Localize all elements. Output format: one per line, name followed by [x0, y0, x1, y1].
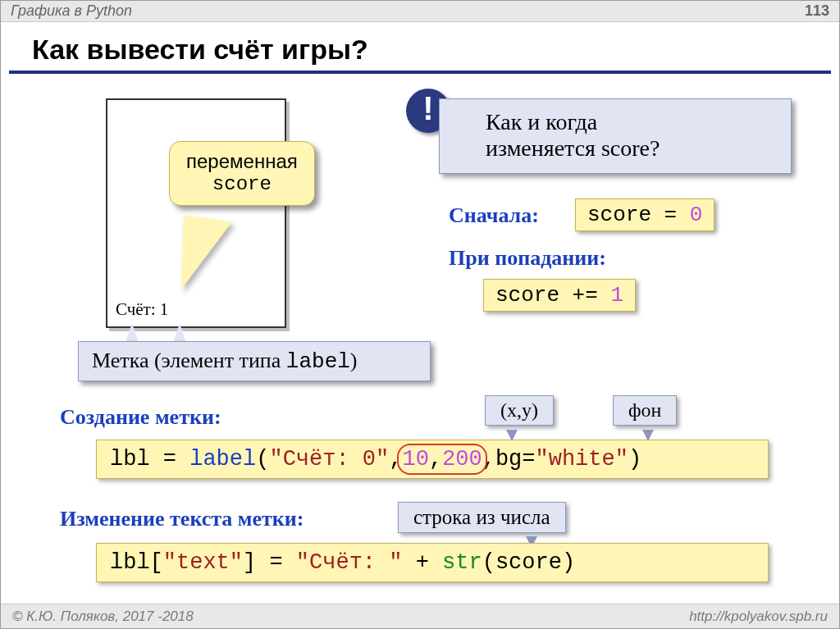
change-heading: Изменение текста метки:: [60, 507, 304, 531]
header-bar: Графика в Python 113: [1, 1, 839, 22]
footer-url: http://kpolyakov.spb.ru: [689, 608, 828, 625]
question-line2: изменяется score?: [486, 135, 778, 162]
page-number: 113: [805, 2, 829, 20]
code-op: +=: [559, 283, 610, 308]
label-pointer-icon: [126, 323, 139, 343]
initial-heading: Сначала:: [449, 203, 539, 228]
create-code-line: lbl = label("Счёт: 0",10,200,bg="white"): [96, 440, 769, 479]
tok-open: (: [256, 447, 269, 472]
tok-mid: ] =: [243, 550, 296, 575]
question-line1: Как и когда: [486, 109, 778, 135]
tok-str: "Счёт: 0": [269, 447, 389, 472]
tok-bgkey: bg=: [495, 447, 536, 472]
callout-line1: переменная: [186, 150, 298, 173]
code-op: =: [651, 203, 690, 227]
hint-xy: (x,y): [485, 395, 554, 426]
change-code-line: lbl["text"] = "Счёт: " + str(score): [96, 543, 769, 582]
window-mockup: Счёт: 1: [106, 98, 286, 328]
copyright: © К.Ю. Поляков, 2017 -2018: [12, 608, 194, 625]
code-rhs: 0: [690, 203, 703, 227]
footer-bar: © К.Ю. Поляков, 2017 -2018 http://kpolya…: [1, 604, 839, 628]
tok-c2: ,: [429, 447, 442, 472]
tok-lhs: lbl[: [110, 550, 163, 575]
label-pointer-icon: [173, 323, 186, 343]
tok-fn: str: [442, 550, 482, 575]
initial-code: score = 0: [575, 198, 714, 231]
tok-close: ): [628, 447, 641, 472]
tok-n2: 200: [442, 447, 482, 472]
slide-content: Счёт: 1 переменная score Метка (элемент …: [1, 74, 839, 590]
tok-var: lbl: [110, 447, 150, 472]
label-prefix: Метка (элемент типа: [92, 349, 286, 372]
callout-tail-icon: [173, 215, 232, 294]
tok-plus: +: [402, 550, 442, 575]
code-lhs: score: [495, 283, 559, 308]
tok-fn: label: [189, 447, 256, 472]
tok-key: "text": [163, 550, 243, 575]
tok-bgval: "white": [536, 447, 628, 472]
label-suffix: ): [350, 349, 358, 372]
tok-eq: =: [150, 447, 190, 472]
code-rhs: 1: [610, 283, 623, 308]
question-callout: Как и когда изменяется score?: [439, 98, 792, 174]
callout-code: score: [186, 173, 298, 195]
hint-strconv: строка из числа: [398, 502, 566, 533]
variable-callout: переменная score: [169, 141, 315, 206]
onhit-code: score += 1: [483, 279, 636, 312]
code-lhs: score: [587, 203, 651, 227]
hint-bg: фон: [613, 395, 677, 426]
label-code: label: [286, 349, 350, 374]
window-score-text: Счёт: 1: [116, 299, 168, 320]
tok-str: "Счёт: ": [296, 550, 403, 575]
onhit-heading: При попадании:: [449, 246, 606, 271]
slide-title: Как вывести счёт игры?: [9, 22, 831, 74]
breadcrumb: Графика в Python: [11, 2, 132, 20]
tok-arg: (score): [482, 550, 575, 575]
label-explainer: Метка (элемент типа label): [78, 341, 431, 381]
tok-n1: 10: [402, 447, 428, 472]
create-heading: Создание метки:: [60, 405, 221, 430]
